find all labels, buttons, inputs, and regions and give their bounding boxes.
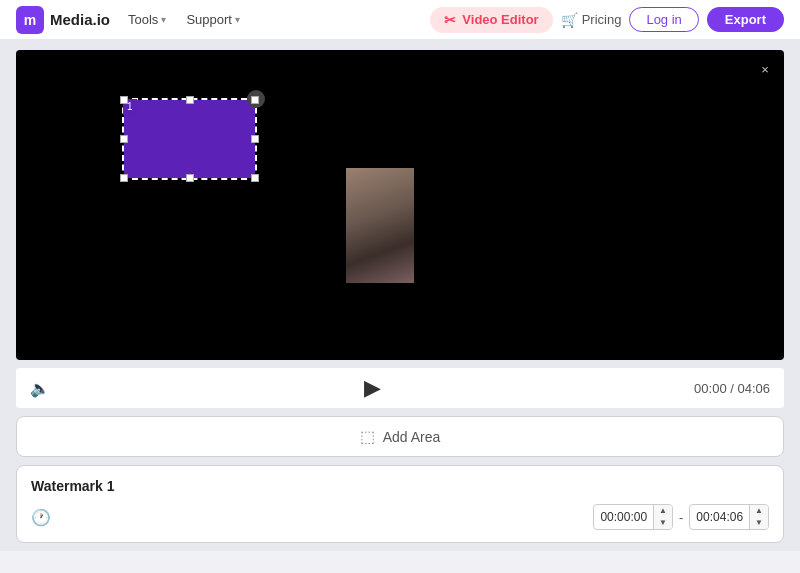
start-time-value[interactable]: 00:00:00: [594, 507, 653, 527]
watermark-card: Watermark 1 🕐 00:00:00 ▲ ▼ - 00:04:06 ▲: [16, 465, 784, 543]
video-canvas: × 1 ×: [16, 50, 784, 360]
logo[interactable]: m Media.io: [16, 6, 110, 34]
time-separator: -: [679, 510, 683, 525]
time-display: 00:00 / 04:06: [694, 381, 770, 396]
end-time-spinners: ▲ ▼: [749, 505, 768, 529]
resize-handle-mr[interactable]: [251, 135, 259, 143]
resize-handle-tl[interactable]: [120, 96, 128, 104]
end-time-down[interactable]: ▼: [750, 517, 768, 529]
export-button[interactable]: Export: [707, 7, 784, 32]
logo-icon: m: [16, 6, 44, 34]
support-menu[interactable]: Support ▾: [180, 8, 246, 31]
close-canvas-button[interactable]: ×: [754, 58, 776, 80]
watermark-card-title: Watermark 1: [31, 478, 769, 494]
volume-icon[interactable]: 🔈: [30, 379, 50, 398]
play-button[interactable]: ▶: [364, 375, 381, 401]
start-time-input[interactable]: 00:00:00 ▲ ▼: [593, 504, 673, 530]
resize-handle-bl[interactable]: [120, 174, 128, 182]
pricing-link[interactable]: 🛒 Pricing: [561, 12, 622, 28]
start-time-down[interactable]: ▼: [654, 517, 672, 529]
watermark-overlay[interactable]: 1 ×: [122, 98, 257, 180]
resize-handle-bm[interactable]: [186, 174, 194, 182]
resize-handle-tm[interactable]: [186, 96, 194, 104]
watermark-card-row: 🕐 00:00:00 ▲ ▼ - 00:04:06 ▲ ▼: [31, 504, 769, 530]
scissors-icon: ✂: [444, 12, 456, 28]
inner-video-thumbnail: [346, 168, 414, 283]
end-time-up[interactable]: ▲: [750, 505, 768, 517]
end-time-input[interactable]: 00:04:06 ▲ ▼: [689, 504, 769, 530]
logo-text: Media.io: [50, 11, 110, 28]
video-frame: [346, 168, 414, 283]
resize-handle-ml[interactable]: [120, 135, 128, 143]
video-editor-button[interactable]: ✂ Video Editor: [430, 7, 552, 33]
main-area: × 1 × 🔈 ▶ 00:00 / 04:06 ⬚ Add Area: [0, 40, 800, 551]
tools-chevron-icon: ▾: [161, 14, 166, 25]
support-chevron-icon: ▾: [235, 14, 240, 25]
clock-icon: 🕐: [31, 508, 51, 527]
start-time-spinners: ▲ ▼: [653, 505, 672, 529]
end-time-value[interactable]: 00:04:06: [690, 507, 749, 527]
time-input-group: 00:00:00 ▲ ▼ - 00:04:06 ▲ ▼: [593, 504, 769, 530]
tools-menu[interactable]: Tools ▾: [122, 8, 172, 31]
start-time-up[interactable]: ▲: [654, 505, 672, 517]
add-area-button[interactable]: ⬚ Add Area: [16, 416, 784, 457]
controls-bar: 🔈 ▶ 00:00 / 04:06: [16, 368, 784, 408]
watermark-color-fill: [124, 100, 255, 178]
resize-handle-tr[interactable]: [251, 96, 259, 104]
navbar: m Media.io Tools ▾ Support ▾ ✂ Video Edi…: [0, 0, 800, 40]
add-area-icon: ⬚: [360, 427, 375, 446]
resize-handle-br[interactable]: [251, 174, 259, 182]
login-button[interactable]: Log in: [629, 7, 698, 32]
cart-icon: 🛒: [561, 12, 578, 28]
